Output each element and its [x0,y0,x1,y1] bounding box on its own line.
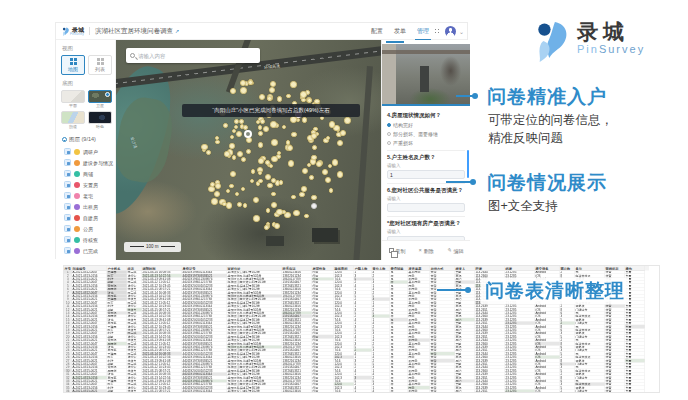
layer-color-dot [74,160,80,166]
table-cell: 门牌缺失 [575,389,605,392]
toggle-list-view[interactable]: 列表 [88,55,112,75]
annotation-title-1: 问卷精准入户 [487,84,607,110]
table-cell: 赵敏 [107,389,127,392]
radio-option[interactable]: 结构完好 [387,122,465,128]
brand-logo-icon [534,20,572,62]
radio-option[interactable]: 部分损坏、需要修缮 [387,131,465,137]
table-cell: 13600223456 [282,389,312,392]
layer-row[interactable]: 老宅 [56,190,115,201]
table-cell: iOS [535,389,560,392]
table-cell: 2 [560,389,575,392]
nav-item-dispatch[interactable]: 发单 [394,27,406,36]
app-logo-text: 录城 PinSurvey [70,27,84,36]
basemap-label: 底图 [62,80,115,87]
external-link-icon[interactable]: ↗ [175,28,179,34]
radio-icon [387,123,391,127]
layer-icon [64,148,71,155]
header-divider [89,27,90,35]
layer-row[interactable]: 商铺 [56,168,115,179]
selected-check-icon [105,92,110,97]
basemap-thumb-plain[interactable]: 平面 [61,90,85,109]
edit-button[interactable]: ✎编辑 [447,248,464,254]
connector-line-2 [446,181,472,183]
table-cell: 不同意 [408,389,430,392]
copy-icon [389,248,394,253]
brand-name-cn: 录城 [577,20,645,43]
annotation-body-2: 图+文全支持 [488,197,558,215]
layer-row[interactable]: 建设参与情况 [56,157,115,168]
input-hint: 请输入 [387,196,465,201]
layer-icon [64,181,71,188]
layer-row[interactable]: 出租房 [56,201,115,212]
nav-item-manage[interactable]: 管理 [417,27,429,36]
layer-row[interactable]: 公房 [56,223,115,234]
layer-label: 待核查 [83,237,98,243]
app-nav: 配置 发单 管理 [371,23,429,40]
table-cell: 74.6 [334,389,354,392]
layer-icon [64,225,71,232]
layer-row[interactable]: 待核查 [56,234,115,245]
white-marker[interactable] [311,203,317,209]
toggle-map-view[interactable]: 地图 [61,55,85,75]
table-row[interactable]: 36A-2021-0315-0021赵敏待核查2021-03-15 08:57:… [64,389,649,392]
nav-item-config[interactable]: 配置 [371,27,383,36]
layer-row[interactable]: 调研户 [56,146,115,157]
map-canvas[interactable]: 环城高速 金沙涌 “向阳山庄”小区已完成问卷填写占总数(49%)左右 100 m [116,40,381,260]
layer-icon [64,247,71,254]
layer-label: 安置房 [83,182,98,188]
map-search-input[interactable] [138,53,248,59]
layer-color-dot [74,182,80,188]
annotation-title-2: 问卷情况展示 [487,170,607,196]
table-cell: 查看 [625,389,645,392]
layer-icon [64,236,71,243]
table-cell: 1 [354,389,372,392]
connector-dot-3 [465,287,471,293]
question-label: 6.您对社区公共服务是否满意？ [387,187,465,194]
connector-dot-2 [470,179,476,185]
panel-actions: 复制 ×删除 ✎编辑 [382,240,470,260]
annotation-title-3: 问卷表清晰整理 [481,278,629,304]
radio-option[interactable]: 严重损坏 [387,140,465,146]
basemap-thumb-street[interactable]: 街道 [61,111,85,130]
basemap-thumb-dark[interactable]: 暗色 [88,111,112,130]
layer-color-dot [74,237,80,243]
map-scale: 100 m [124,242,181,252]
layer-label: 调研户 [83,149,98,155]
layer-label: 老宅 [83,193,93,199]
table-cell: 113.2651 [475,389,505,392]
user-avatar[interactable] [445,26,456,37]
view-label: 视图 [62,45,115,52]
delete-button[interactable]: ×删除 [419,248,434,254]
basemap-thumb-satellite[interactable]: 卫星 [88,90,112,109]
input-hint: 请输入 [387,229,465,234]
marker-cluster[interactable] [116,40,381,260]
layer-row[interactable]: 安置房 [56,179,115,190]
layer-row[interactable]: 自建房 [56,212,115,223]
highlight-marker[interactable] [244,130,252,138]
layer-label: 出租房 [83,204,98,210]
annotation-body-1: 可带定位的问卷信息， 精准反映问题 [488,111,613,147]
panel-scrollbar[interactable] [467,150,469,178]
apps-grid-icon[interactable] [434,28,441,35]
table-cell: 23.1285 [505,389,535,392]
layer-color-dot [74,248,80,254]
layer-icon [64,170,71,177]
layer-color-dot [74,215,80,221]
text-input[interactable] [387,203,465,212]
input-hint: 请输入 [387,163,465,168]
table-cell: 荔湾区多宝路67号102房 [227,389,282,392]
layer-icon [64,203,71,210]
delete-icon: × [419,248,422,254]
layers-title[interactable]: 图层 (9/14) [62,136,115,143]
layer-color-dot [74,171,80,177]
active-tab-indicator [386,41,404,43]
text-input[interactable]: 1 [387,170,465,179]
radio-icon [387,132,391,136]
chevron-down-icon[interactable]: ⌄ [459,28,464,35]
basemap-thumbs: 平面 卫星 街道 暗色 [61,90,115,130]
layers-list: 调研户建设参与情况商铺安置房老宅出租房自建房公房待核查已完成 [56,146,115,256]
copy-button[interactable]: 复制 [389,248,406,254]
layer-color-dot [74,149,80,155]
table-cell: 36 [64,389,72,392]
layer-row[interactable]: 已完成 [56,245,115,256]
